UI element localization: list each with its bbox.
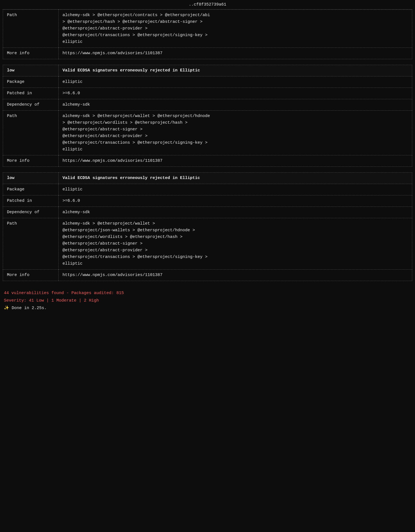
section2-table: low Valid ECDSA signatures erroneously r…	[3, 65, 412, 167]
moreinfo-value[interactable]: https://www.npmjs.com/advisories/1101387	[59, 270, 412, 281]
moreinfo-value[interactable]: https://www.npmjs.com/advisories/1101387	[59, 48, 412, 59]
table-row: Dependency of alchemy-sdk	[3, 99, 412, 111]
moreinfo-link[interactable]: https://www.npmjs.com/advisories/1101387	[62, 158, 162, 163]
section1-table: Path alchemy-sdk > @ethersproject/contra…	[3, 9, 412, 59]
commit-header: ..cf8f352739a61	[3, 0, 412, 9]
page-container: ..cf8f352739a61 Path alchemy-sdk > @ethe…	[0, 0, 415, 313]
severity-title: Valid ECDSA signatures erroneously rejec…	[59, 173, 412, 184]
table-row: Path alchemy-sdk > @ethersproject/wallet…	[3, 218, 412, 270]
summary-line2: Severity: 41 Low | 1 Moderate | 2 High	[4, 297, 411, 304]
table-row: More info https://www.npmjs.com/advisori…	[3, 155, 412, 167]
summary-section: 44 vulnerabilities found - Packages audi…	[3, 287, 412, 313]
table-row: Package elliptic	[3, 184, 412, 195]
severity-title: Valid ECDSA signatures erroneously rejec…	[59, 65, 412, 76]
moreinfo-label: More info	[3, 155, 59, 167]
summary-severity-text: Severity: 41 Low | 1 Moderate | 2 High	[4, 298, 99, 303]
table-row: More info https://www.npmjs.com/advisori…	[3, 270, 412, 281]
patched-label: Patched in	[3, 88, 59, 99]
dependency-label: Dependency of	[3, 99, 59, 111]
table-row: Dependency of alchemy-sdk	[3, 207, 412, 218]
commit-id: ..cf8f352739a61	[189, 2, 226, 7]
table-row: Path alchemy-sdk > @ethersproject/wallet…	[3, 111, 412, 155]
path-label: Path	[3, 218, 59, 270]
table-row: Path alchemy-sdk > @ethersproject/contra…	[3, 10, 412, 48]
patched-value: >=6.6.0	[59, 195, 412, 207]
moreinfo-value[interactable]: https://www.npmjs.com/advisories/1101387	[59, 155, 412, 167]
patched-label: Patched in	[3, 195, 59, 207]
path-label: Path	[3, 111, 59, 155]
moreinfo-link[interactable]: https://www.npmjs.com/advisories/1101387	[62, 51, 162, 56]
severity-row: low Valid ECDSA signatures erroneously r…	[3, 173, 412, 184]
moreinfo-label: More info	[3, 270, 59, 281]
patched-value: >=6.6.0	[59, 88, 412, 99]
done-icon: ✨	[4, 306, 9, 310]
dependency-label: Dependency of	[3, 207, 59, 218]
dependency-value: alchemy-sdk	[59, 207, 412, 218]
severity-row: low Valid ECDSA signatures erroneously r…	[3, 65, 412, 76]
path-value: alchemy-sdk > @ethersproject/wallet > @e…	[59, 218, 412, 270]
severity-label: low	[3, 65, 59, 76]
done-text: Done in 2.25s.	[12, 306, 47, 310]
table-row: Patched in >=6.6.0	[3, 88, 412, 99]
package-label: Package	[3, 184, 59, 195]
moreinfo-link[interactable]: https://www.npmjs.com/advisories/1101387	[62, 273, 162, 277]
summary-done-line: ✨ Done in 2.25s.	[4, 304, 411, 312]
moreinfo-label: More info	[3, 48, 59, 59]
path-label: Path	[3, 10, 59, 48]
package-value: elliptic	[59, 76, 412, 88]
package-label: Package	[3, 76, 59, 88]
severity-label: low	[3, 173, 59, 184]
section3-table: low Valid ECDSA signatures erroneously r…	[3, 172, 412, 281]
dependency-value: alchemy-sdk	[59, 99, 412, 111]
table-row: More info https://www.npmjs.com/advisori…	[3, 48, 412, 59]
table-row: Package elliptic	[3, 76, 412, 88]
summary-vuln-text: 44 vulnerabilities found - Packages audi…	[4, 291, 124, 295]
table-row: Patched in >=6.6.0	[3, 195, 412, 207]
summary-line1: 44 vulnerabilities found - Packages audi…	[4, 289, 411, 297]
package-value: elliptic	[59, 184, 412, 195]
path-value: alchemy-sdk > @ethersproject/wallet > @e…	[59, 111, 412, 155]
path-value: alchemy-sdk > @ethersproject/contracts >…	[59, 10, 412, 48]
